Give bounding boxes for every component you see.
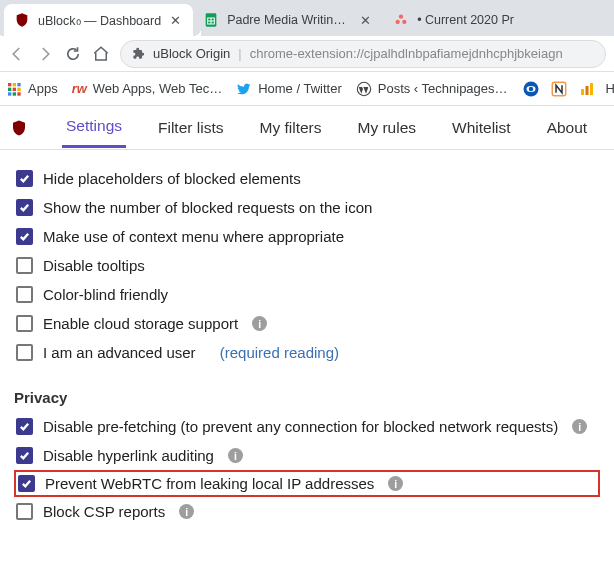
bookmark-webapps[interactable]: rw Web Apps, Web Tec…	[72, 81, 223, 96]
extension-icon	[131, 47, 145, 61]
bookmark-apps[interactable]: Apps	[6, 81, 58, 97]
tab-title: uBlock₀ — Dashboard	[38, 13, 161, 28]
svg-point-16	[357, 82, 370, 95]
forward-button[interactable]	[36, 45, 54, 63]
opt-webrtc: Prevent WebRTC from leaking local IP add…	[14, 470, 600, 497]
svg-rect-22	[585, 86, 588, 95]
checkbox[interactable]	[16, 315, 33, 332]
twitter-icon	[236, 81, 252, 97]
checkbox[interactable]	[16, 170, 33, 187]
back-button[interactable]	[8, 45, 26, 63]
opt-hide-placeholders: Hide placeholders of blocked elements	[14, 164, 600, 193]
info-icon[interactable]: i	[572, 419, 587, 434]
opt-prefetch: Disable pre-fetching (to prevent any con…	[14, 412, 600, 441]
svg-rect-11	[13, 87, 16, 90]
svg-point-19	[528, 86, 533, 91]
browser-tab-sheets[interactable]: Padre Media Writing - Google Sh ✕	[193, 4, 383, 36]
svg-rect-9	[17, 83, 20, 86]
tab-title: • Current 2020 Pr	[417, 13, 514, 27]
opt-show-count: Show the number of blocked requests on t…	[14, 193, 600, 222]
browser-tab-asana[interactable]: • Current 2020 Pr	[383, 4, 524, 36]
tab-about[interactable]: About	[543, 109, 592, 147]
svg-point-6	[402, 20, 406, 24]
sheets-icon	[203, 12, 219, 28]
tab-whitelist[interactable]: Whitelist	[448, 109, 515, 147]
svg-rect-8	[13, 83, 16, 86]
tab-my-rules[interactable]: My rules	[353, 109, 420, 147]
reload-button[interactable]	[64, 45, 82, 63]
home-button[interactable]	[92, 45, 110, 63]
browser-toolbar: uBlock Origin | chrome-extension://cjpal…	[0, 36, 614, 72]
opt-advanced-user: I am an advanced user (required reading)	[14, 338, 600, 367]
apps-icon	[6, 81, 22, 97]
info-icon[interactable]: i	[388, 476, 403, 491]
notion-icon[interactable]	[550, 80, 568, 98]
opt-csp: Block CSP reports i	[14, 497, 600, 526]
svg-point-5	[396, 20, 400, 24]
checkbox[interactable]	[16, 199, 33, 216]
checkbox[interactable]	[16, 286, 33, 303]
svg-rect-21	[581, 89, 584, 95]
svg-rect-15	[17, 92, 20, 95]
tab-my-filters[interactable]: My filters	[255, 109, 325, 147]
checkbox[interactable]	[16, 447, 33, 464]
info-icon[interactable]: i	[228, 448, 243, 463]
bookmark-technipages[interactable]: Posts ‹ Technipages…	[356, 81, 508, 97]
url-path: chrome-extension://cjpalhdlnbpafiamejdnh…	[250, 46, 563, 61]
tab-settings[interactable]: Settings	[62, 107, 126, 148]
bookmark-hor[interactable]: Hor	[606, 81, 614, 96]
extension-name: uBlock Origin	[153, 46, 230, 61]
opt-context-menu: Make use of context menu where appropria…	[14, 222, 600, 251]
checkbox[interactable]	[18, 475, 35, 492]
address-bar[interactable]: uBlock Origin | chrome-extension://cjpal…	[120, 40, 606, 68]
svg-rect-7	[8, 83, 11, 86]
opt-disable-tooltips: Disable tooltips	[14, 251, 600, 280]
ublock-icon	[14, 12, 30, 28]
required-reading-link[interactable]: (required reading)	[220, 344, 339, 361]
svg-rect-12	[17, 87, 20, 90]
browser-tab-ublock[interactable]: uBlock₀ — Dashboard ✕	[4, 4, 193, 36]
opt-hyperlink-audit: Disable hyperlink auditing i	[14, 441, 600, 470]
info-icon[interactable]: i	[179, 504, 194, 519]
bookmarks-bar: Apps rw Web Apps, Web Tec… Home / Twitte…	[0, 72, 614, 106]
info-icon[interactable]: i	[252, 316, 267, 331]
folder-icon: rw	[72, 81, 87, 96]
tab-filter-lists[interactable]: Filter lists	[154, 109, 227, 147]
privacy-heading: Privacy	[14, 389, 600, 406]
tab-title: Padre Media Writing - Google Sh	[227, 13, 351, 27]
dashboard-tabs: Settings Filter lists My filters My rule…	[0, 106, 614, 150]
checkbox[interactable]	[16, 503, 33, 520]
svg-rect-14	[13, 92, 16, 95]
checkbox[interactable]	[16, 418, 33, 435]
opt-color-blind: Color-blind friendly	[14, 280, 600, 309]
bookmark-twitter[interactable]: Home / Twitter	[236, 81, 342, 97]
svg-rect-13	[8, 92, 11, 95]
close-icon[interactable]: ✕	[357, 13, 373, 28]
cbs-icon[interactable]	[522, 80, 540, 98]
checkbox[interactable]	[16, 257, 33, 274]
analytics-icon[interactable]	[578, 80, 596, 98]
svg-point-4	[399, 15, 403, 19]
settings-panel: Hide placeholders of blocked elements Sh…	[0, 150, 614, 526]
svg-rect-23	[590, 83, 593, 95]
close-icon[interactable]: ✕	[167, 13, 183, 28]
svg-rect-10	[8, 87, 11, 90]
opt-cloud-storage: Enable cloud storage support i	[14, 309, 600, 338]
checkbox[interactable]	[16, 344, 33, 361]
asana-icon	[393, 12, 409, 28]
wordpress-icon	[356, 81, 372, 97]
ublock-icon	[10, 119, 28, 137]
checkbox[interactable]	[16, 228, 33, 245]
browser-tab-strip: uBlock₀ — Dashboard ✕ Padre Media Writin…	[0, 0, 614, 36]
